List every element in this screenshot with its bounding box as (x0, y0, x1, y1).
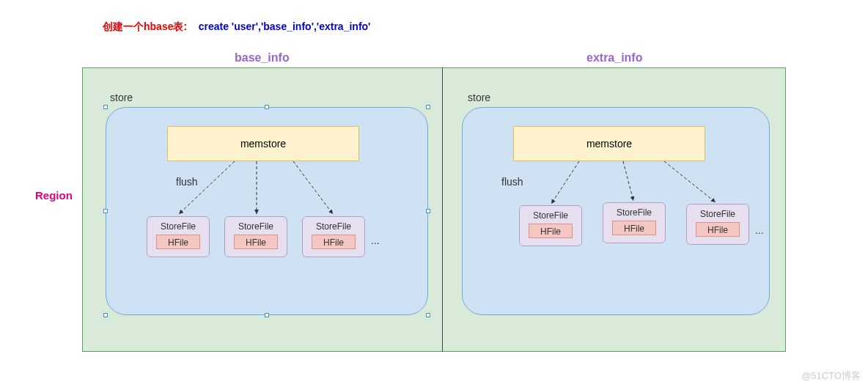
command-text: create 'user','base_info','extra_info' (199, 21, 371, 32)
prompt-text: 创建一个hbase表: (103, 21, 187, 32)
cf-label-extra-info: extra_info (586, 51, 642, 64)
hfile-box: HFile (234, 235, 278, 249)
ellipsis-left: ... (371, 235, 380, 246)
storefile-box: StoreFile HFile (147, 216, 210, 257)
storefile-title: StoreFile (147, 221, 209, 232)
store-label-left: store (110, 92, 133, 103)
memstore-right: memstore (513, 126, 705, 161)
selection-handle (103, 209, 108, 213)
hfile-box: HFile (612, 221, 656, 235)
storefile-box: StoreFile HFile (686, 204, 749, 245)
selection-handle (265, 105, 269, 109)
hfile-box: HFile (696, 222, 740, 237)
selection-handle (103, 105, 108, 109)
selection-handle (426, 209, 430, 213)
flush-label-left: flush (176, 176, 198, 188)
storefile-box: StoreFile HFile (224, 216, 287, 257)
storefile-box: StoreFile HFile (519, 205, 582, 246)
watermark: @51CTO博客 (801, 369, 861, 383)
storefile-title: StoreFile (603, 207, 665, 218)
storefile-box: StoreFile HFile (603, 202, 666, 243)
hfile-box: HFile (156, 235, 200, 249)
region-label: Region (35, 189, 73, 202)
selection-handle (103, 313, 108, 317)
storefile-title: StoreFile (225, 221, 287, 232)
selection-handle (426, 313, 430, 317)
create-table-command: 创建一个hbase表: create 'user','base_info','e… (103, 21, 370, 34)
store-label-right: store (468, 92, 490, 103)
storefile-title: StoreFile (520, 210, 581, 221)
selection-handle (265, 313, 269, 317)
storefile-title: StoreFile (303, 221, 364, 232)
memstore-left: memstore (167, 126, 359, 161)
storefile-box: StoreFile HFile (302, 216, 365, 257)
hfile-box: HFile (312, 235, 356, 249)
cf-label-base-info: base_info (235, 51, 290, 64)
region-divider (442, 67, 443, 352)
selection-handle (426, 105, 430, 109)
ellipsis-right: ... (755, 224, 764, 236)
flush-label-right: flush (501, 176, 523, 188)
hfile-box: HFile (529, 224, 573, 238)
storefile-title: StoreFile (687, 209, 749, 219)
